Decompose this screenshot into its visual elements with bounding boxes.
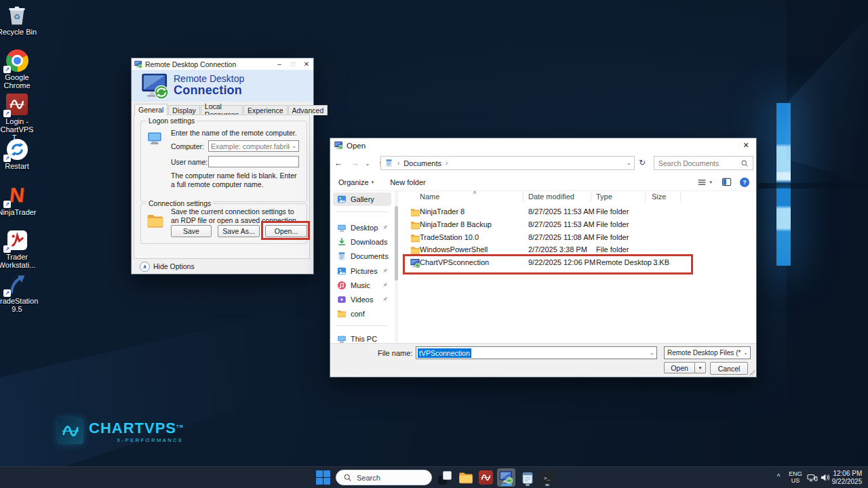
running-app-indicator (545, 484, 549, 486)
sidebar-item-desktop[interactable]: Desktop (333, 221, 391, 235)
navigation-pane: Gallery Desktop Downloads Documents (330, 191, 394, 343)
chevron-down-icon[interactable]: ⌄ (290, 143, 298, 149)
documents-icon (337, 251, 347, 261)
desktop-icon-google-chrome[interactable]: ↗ Google Chrome (0, 49, 39, 89)
refresh-icon[interactable]: ↻ (639, 158, 646, 167)
file-type-filter[interactable]: Remote Desktop Files (*.RDP) ⌄ (664, 346, 751, 359)
tab-advanced[interactable]: Advanced (288, 105, 328, 115)
preview-pane-button[interactable] (722, 177, 732, 187)
rdp-icon (499, 470, 513, 485)
task-view-button[interactable] (438, 471, 452, 485)
pictures-icon (337, 266, 347, 276)
terminal-button[interactable]: >_ (538, 469, 555, 487)
close-icon[interactable]: ✕ (736, 141, 756, 150)
rdc-window: Remote Desktop Connection – □ ✕ Remote D… (131, 58, 314, 274)
sidebar-item-downloads[interactable]: Downloads (333, 235, 391, 249)
desktop-icon-tradestation[interactable]: ↗ TradeStation 9.5 (0, 272, 39, 313)
desktop-icon-restart[interactable]: ↗ Restart (0, 138, 39, 170)
desktop-icon-trader-workstation[interactable]: ↗ Trader Workstati... (0, 228, 39, 269)
rdc-tab-page: Logon settings Enter the name of the rem… (134, 115, 310, 259)
resize-grip[interactable] (749, 370, 755, 375)
desktop-icon-login-chartvps[interactable]: ↗ Login - ChartVPS T... (0, 93, 39, 142)
desktop-icon-label: NinjaTrader (0, 208, 39, 216)
sidebar-item-pictures[interactable]: Pictures (333, 264, 391, 278)
network-tray-button[interactable] (807, 472, 818, 483)
file-name-combobox[interactable]: tVPSconnection ⌄ (416, 346, 657, 359)
tray-overflow-chevron[interactable]: ^ (773, 473, 784, 481)
chartvps-app-button[interactable] (479, 470, 493, 485)
cancel-button[interactable]: Cancel (710, 362, 748, 375)
minimize-icon[interactable]: – (273, 59, 286, 69)
start-button[interactable] (316, 470, 330, 485)
open-button[interactable]: Open (664, 362, 694, 373)
group-legend: Logon settings (146, 117, 197, 125)
pin-icon (387, 239, 389, 245)
column-headers: Name ∧ Date modified Type Size (401, 191, 756, 203)
desktop-icon-recycle-bin[interactable]: Recycle Bin (0, 3, 39, 36)
sidebar-item-this-pc[interactable]: This PC (333, 332, 391, 343)
open-dialog-titlebar[interactable]: Open ✕ (330, 138, 756, 152)
desktop-icon-label: TradeStation 9.5 (0, 297, 39, 313)
folder-icon (410, 220, 420, 230)
close-icon[interactable]: ✕ (300, 59, 313, 69)
trademark: TM (176, 424, 184, 428)
taskbar-search[interactable]: Search (336, 470, 432, 485)
connection-settings-group: Connection settings Save the current con… (140, 203, 307, 244)
address-bar[interactable]: › Documents › ⌄ (380, 156, 635, 170)
sidebar-item-music[interactable]: Music (333, 279, 391, 292)
file-explorer-button[interactable] (458, 470, 473, 485)
file-row[interactable]: TradeStation 10.0 8/27/2025 11:08 AM Fil… (401, 232, 747, 245)
scrollbar-thumb[interactable] (395, 206, 398, 281)
save-as-button[interactable]: Save As... (218, 225, 260, 237)
rdc-titlebar[interactable]: Remote Desktop Connection – □ ✕ (132, 58, 313, 70)
sidebar-item-conf[interactable]: conf (333, 307, 391, 321)
column-date-modified[interactable]: Date modified (528, 192, 574, 201)
tab-general[interactable]: General (134, 104, 167, 115)
tab-experience[interactable]: Experience (243, 105, 288, 115)
breadcrumb-documents[interactable]: Documents (403, 159, 441, 167)
search-box[interactable]: Search Documents (654, 156, 753, 170)
view-mode-button[interactable]: ▾ (697, 178, 712, 187)
tab-display[interactable]: Display (168, 105, 199, 115)
clock[interactable]: 12:06 PM9/22/2025 (831, 470, 863, 486)
save-button[interactable]: Save (171, 225, 212, 237)
network-icon (807, 472, 818, 483)
sidebar-scrollbar[interactable] (395, 191, 398, 343)
notepad-button[interactable] (519, 469, 536, 487)
remote-desktop-button-active[interactable] (497, 468, 515, 487)
column-name[interactable]: Name (420, 192, 439, 201)
sidebar-item-documents[interactable]: Documents (333, 249, 391, 263)
shortcut-arrow-icon: ↗ (3, 289, 11, 297)
desktop-icon-ninjatrader[interactable]: N ↗ NinjaTrader (0, 184, 39, 216)
history-chevron-icon[interactable]: ⌄ (363, 160, 372, 167)
column-size[interactable]: Size (652, 192, 666, 201)
hide-options-toggle[interactable]: ∧ Hide Options (140, 262, 195, 272)
file-row[interactable]: NinjaTrader 8 8/27/2025 11:53 AM File fo… (401, 206, 747, 219)
back-icon[interactable]: ← (330, 158, 347, 168)
column-type[interactable]: Type (596, 192, 612, 201)
address-dropdown-icon[interactable]: ⌄ (623, 160, 634, 166)
computer-label: Computer: (171, 142, 204, 151)
chevron-down-icon[interactable]: ⌄ (647, 350, 656, 356)
open-dropdown-icon[interactable]: ▾ (694, 362, 706, 373)
organize-menu[interactable]: Organize▾ (338, 178, 374, 186)
crumb-separator[interactable]: › (446, 159, 448, 167)
sidebar-item-gallery[interactable]: Gallery (333, 192, 391, 206)
volume-tray-button[interactable] (820, 472, 830, 483)
computer-combobox[interactable]: Example: computer.fabrikam.com ⌄ (208, 140, 299, 152)
chevron-down-icon: ⌄ (741, 350, 750, 356)
language-indicator[interactable]: ENGUS (787, 470, 804, 484)
username-input[interactable] (208, 156, 299, 167)
file-row[interactable]: NinjaTrader 8 Backup 8/27/2025 11:53 AM … (401, 219, 747, 232)
preview-pane-icon (722, 177, 732, 187)
highlight-file-row (403, 254, 693, 274)
tab-local-resources[interactable]: Local Resources (201, 105, 243, 115)
downloads-icon (337, 237, 347, 247)
open-dialog: Open ✕ ← → ⌄ ↑ › Documents › ⌄ ↻ Search … (330, 138, 757, 378)
hide-options-label: Hide Options (153, 262, 195, 271)
sidebar-divider (336, 325, 389, 326)
shortcut-arrow-icon: ↗ (3, 245, 11, 253)
sidebar-item-videos[interactable]: Videos (333, 293, 391, 306)
new-folder-button[interactable]: New folder (390, 178, 426, 186)
help-button[interactable]: ? (740, 178, 749, 187)
